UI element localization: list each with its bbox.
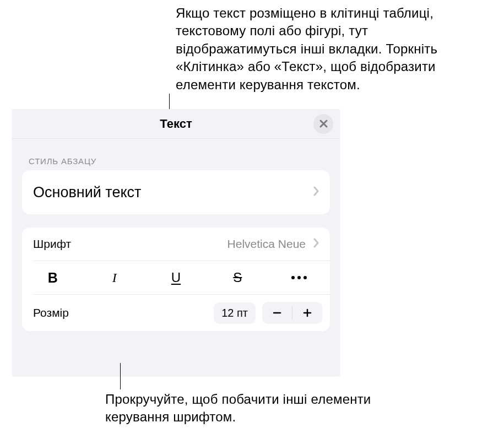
size-stepper: [262, 302, 322, 324]
more-options-button[interactable]: [268, 261, 330, 294]
paragraph-style-section-label: СТИЛЬ АБЗАЦУ: [29, 156, 323, 166]
chevron-right-icon: [313, 238, 319, 250]
callout-top-text: Якщо текст розміщено в клітинці таблиці,…: [176, 4, 490, 94]
size-row: Розмір 12 пт: [22, 295, 330, 331]
font-card: Шрифт Helvetica Neue B I U S Розмір 12 п…: [22, 227, 330, 331]
panel-header: Текст: [12, 109, 340, 139]
strikethrough-button[interactable]: S: [207, 261, 268, 294]
underline-button[interactable]: U: [145, 261, 207, 294]
panel-title: Текст: [160, 117, 192, 131]
italic-button[interactable]: I: [84, 261, 145, 294]
plus-icon: [302, 308, 312, 318]
font-label: Шрифт: [33, 237, 227, 251]
paragraph-style-card: Основний текст: [22, 170, 330, 214]
size-value[interactable]: 12 пт: [214, 302, 256, 324]
chevron-right-icon: [313, 186, 319, 198]
size-label: Розмір: [33, 306, 214, 319]
close-icon: [319, 120, 328, 128]
paragraph-style-value: Основний текст: [33, 184, 306, 201]
bold-button[interactable]: B: [22, 261, 84, 294]
text-format-panel: Текст СТИЛЬ АБЗАЦУ Основний текст Шрифт …: [12, 109, 340, 376]
more-icon: [291, 276, 307, 279]
text-style-row: B I U S: [22, 261, 330, 294]
minus-icon: [272, 308, 282, 318]
font-value: Helvetica Neue: [227, 237, 306, 251]
callout-bottom-text: Прокручуйте, щоб побачити інші елементи …: [105, 391, 414, 426]
size-decrease-button[interactable]: [262, 302, 292, 324]
size-increase-button[interactable]: [292, 302, 322, 324]
font-row[interactable]: Шрифт Helvetica Neue: [22, 227, 330, 261]
callout-bottom-line: [120, 363, 121, 389]
paragraph-style-row[interactable]: Основний текст: [22, 170, 330, 214]
close-button[interactable]: [313, 114, 333, 134]
